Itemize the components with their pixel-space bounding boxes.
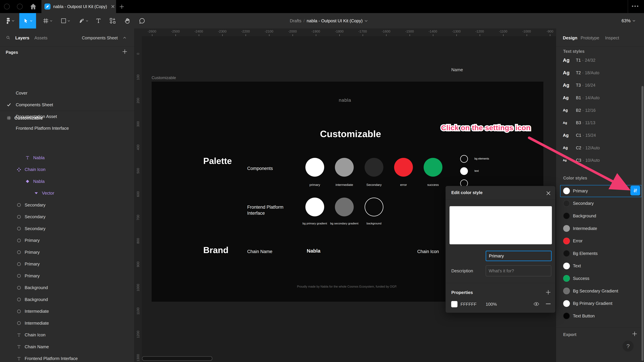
page-item-cover[interactable]: Cover [0, 87, 134, 99]
text-style-row[interactable]: Ag T2·18/Auto [556, 66, 644, 79]
color-style-row[interactable]: Bg Primary Gradient [556, 297, 644, 310]
page-selector[interactable]: Components Sheet [82, 35, 118, 40]
more-options-icon[interactable] [632, 5, 638, 7]
swatch-background[interactable] [364, 198, 384, 216]
color-style-row[interactable]: Intermediate [556, 222, 644, 235]
swatch-bg-primary-gradient[interactable] [306, 198, 324, 216]
new-tab-button[interactable] [118, 3, 125, 10]
frame-title-label[interactable]: Customizable [152, 75, 176, 80]
window-control-icon[interactable] [4, 4, 10, 9]
swatch-primary[interactable] [306, 158, 324, 177]
tab-layers[interactable]: Layers [15, 35, 29, 40]
layer-frame-customizable[interactable]: Customizable [7, 114, 134, 122]
close-icon[interactable] [110, 4, 116, 9]
horizontal-scrollbar[interactable] [142, 356, 212, 361]
left-sidebar: Layers Assets Components Sheet Pages Cov… [0, 28, 134, 362]
tab-inspect[interactable]: Inspect [605, 35, 619, 40]
layer-row-text[interactable]: Frontend Platform Interface [0, 353, 134, 362]
layer-row-instance[interactable]: Nabla [0, 175, 134, 187]
color-style-row[interactable]: Text Button [556, 310, 644, 322]
layer-row-component[interactable]: Chain Icon [0, 164, 134, 176]
opacity-value[interactable]: 100% [486, 302, 497, 307]
text-style-row[interactable]: Ag C2·12/Auto [556, 142, 644, 154]
color-style-row[interactable]: Success [556, 272, 644, 285]
home-icon[interactable] [30, 3, 37, 10]
property-color-swatch[interactable] [451, 301, 458, 307]
color-style-row[interactable]: Secondary [556, 197, 644, 210]
close-icon[interactable] [545, 190, 552, 197]
frame-tool-button[interactable] [40, 13, 55, 28]
swatch-error[interactable] [394, 158, 413, 177]
layer-row-ellipse[interactable]: Secondary [0, 199, 134, 211]
layer-row-ellipse[interactable]: Secondary [0, 211, 134, 223]
panel-scrollbar[interactable] [642, 86, 644, 361]
layer-row-text[interactable]: Nabla [0, 152, 134, 164]
layer-row-ellipse[interactable]: Background [0, 282, 134, 294]
color-style-row[interactable]: Text [556, 260, 644, 272]
text-style-row[interactable]: Ag B2·12/16 [556, 104, 644, 117]
zoom-control[interactable]: 63% [622, 13, 635, 28]
style-description-input[interactable] [486, 265, 551, 276]
swatch-bg-secondary-gradient[interactable] [335, 198, 354, 216]
pen-tool-button[interactable] [76, 13, 91, 28]
remove-property-icon[interactable] [546, 303, 550, 304]
text-style-row[interactable]: Ag T3·16/24 [556, 79, 644, 91]
color-style-row[interactable]: Background [556, 210, 644, 222]
breadcrumb-drafts[interactable]: Drafts [290, 18, 301, 23]
file-tab[interactable]: nabla - Outpost UI Kit (Copy) [42, 0, 116, 13]
layer-row-ellipse[interactable]: Primary [0, 235, 134, 247]
window-control-icon[interactable] [17, 4, 23, 9]
text-tool-button[interactable] [92, 13, 104, 28]
chevron-up-icon[interactable] [123, 37, 126, 39]
color-style-row[interactable]: Bg Elements [556, 247, 644, 260]
layer-row-ellipse[interactable]: Primary [0, 270, 134, 282]
layer-row-text[interactable]: Chain Name [0, 341, 134, 353]
style-settings-button[interactable] [630, 186, 640, 195]
layer-row-text[interactable]: Chain Icon [0, 329, 134, 341]
ellipse-icon [16, 321, 22, 325]
layer-row-ellipse[interactable]: Secondary [0, 223, 134, 235]
main-menu-button[interactable] [3, 13, 18, 28]
swatch-bg-elements[interactable] [460, 155, 468, 163]
chevron-down-icon[interactable] [364, 20, 368, 22]
tab-prototype[interactable]: Prototype [580, 35, 599, 40]
layer-row-ellipse[interactable]: Primary [0, 246, 134, 258]
hex-value[interactable]: FFFFFF [460, 302, 476, 307]
color-style-row[interactable]: Bg Secondary Gradient [556, 285, 644, 297]
text-style-row[interactable]: Ag T1·24/32 [556, 54, 644, 66]
layer-row-ellipse[interactable]: Background [0, 294, 134, 306]
shape-tool-button[interactable] [58, 13, 73, 28]
move-tool-button[interactable] [19, 13, 36, 28]
page-item-components-sheet[interactable]: Components Sheet [0, 99, 134, 111]
search-icon[interactable] [6, 35, 10, 40]
page-item-frontend-platform-interface[interactable]: Frontend Platform Interface [0, 122, 134, 134]
swatch-intermediate[interactable] [335, 158, 354, 177]
color-styles-header: Color styles [563, 176, 587, 180]
add-export-icon[interactable] [632, 331, 637, 337]
pages-list: Cover Components Sheet Documentation Ass… [0, 87, 134, 134]
text-style-row[interactable]: Ag C1·15/24 [556, 129, 644, 142]
add-page-icon[interactable] [122, 49, 128, 54]
tab-assets[interactable]: Assets [34, 35, 48, 40]
layer-row-ellipse[interactable]: Intermediate [0, 306, 134, 318]
tab-design[interactable]: Design [563, 35, 578, 40]
layer-row-ellipse[interactable]: Intermediate [0, 317, 134, 329]
help-button[interactable]: ? [622, 341, 634, 352]
visibility-eye-icon[interactable] [534, 302, 539, 306]
text-style-row[interactable]: Ag B1·14/Auto [556, 91, 644, 104]
hand-tool-button[interactable] [122, 13, 133, 28]
text-style-row[interactable]: Ag B3·11/13 [556, 116, 644, 129]
swatch-text[interactable] [460, 167, 468, 175]
layer-row-vector[interactable]: Vector [0, 187, 134, 199]
swatch-success[interactable] [424, 158, 442, 177]
dialog-header[interactable]: Edit color style [446, 186, 555, 199]
color-style-row[interactable]: Error [556, 235, 644, 247]
add-property-icon[interactable] [546, 290, 551, 295]
style-name-input[interactable] [486, 251, 552, 261]
resources-tool-button[interactable] [107, 13, 118, 28]
swatch-secondary[interactable] [364, 158, 384, 177]
breadcrumb-file-name[interactable]: nabla - Outpost UI Kit (Copy) [306, 18, 362, 23]
comment-tool-button[interactable] [136, 13, 148, 28]
layer-row-ellipse[interactable]: Primary [0, 258, 134, 270]
text-style-row[interactable]: Ag C3·10/Auto [556, 154, 644, 167]
